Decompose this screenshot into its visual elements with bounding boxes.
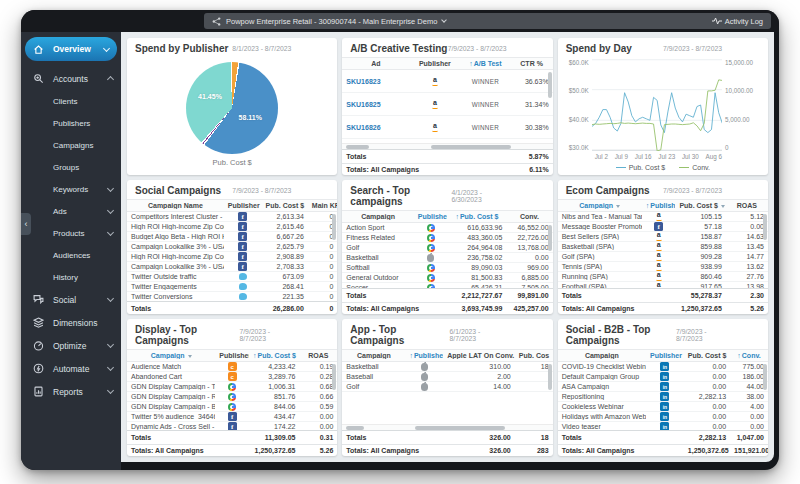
google-icon xyxy=(426,243,435,252)
legend-item[interactable]: Pub. Cost $ xyxy=(616,164,666,171)
column-header[interactable]: Pub. Cost $ xyxy=(262,202,308,209)
sidebar-item-groups[interactable]: Groups xyxy=(21,156,121,178)
column-header[interactable]: Apple LAT On Conv. xyxy=(443,352,515,359)
column-header[interactable]: Campaign xyxy=(558,352,646,359)
column-header[interactable]: Campaign Name xyxy=(127,202,224,209)
totals-cell: Totals xyxy=(558,434,646,441)
table-cell: High ROI High-income Zip Code... xyxy=(127,223,224,230)
table-cell: a xyxy=(642,242,676,251)
sidebar-item-clients[interactable]: Clients xyxy=(21,90,121,112)
column-header[interactable]: Campaign xyxy=(342,213,414,220)
sidebar-item-social[interactable]: Social xyxy=(21,288,121,311)
sidebar-item-products[interactable]: Products xyxy=(21,222,121,244)
sidebar-collapse-button[interactable]: ‹ xyxy=(21,213,31,235)
table-cell: Tennis (SPA) xyxy=(558,263,642,270)
table-cell: Twitter 5% audience_346461... xyxy=(127,413,215,420)
app-window: Powpow Enterprise Retail - 300900744 - M… xyxy=(21,10,779,470)
column-header[interactable]: Campaign xyxy=(558,202,642,209)
table-row: Budget Algo Beta - High ROI Hig...f6,667… xyxy=(127,232,337,242)
column-header[interactable]: Ad xyxy=(342,60,409,67)
table-cell: a xyxy=(642,272,676,281)
spend-by-day-chart[interactable]: $60.0K$50.0K$40.0K$30.0K 15,000.0010,000… xyxy=(558,57,768,175)
ad-link[interactable]: SKU16826 xyxy=(346,124,380,131)
column-header[interactable]: ROAS xyxy=(726,202,768,209)
sidebar-item-campaigns[interactable]: Campaigns xyxy=(21,134,121,156)
apple-icon xyxy=(421,373,428,381)
column-header[interactable]: ↑Pub. Cost $ xyxy=(249,352,299,359)
publisher-pie-chart[interactable]: 41.45% 58.11% xyxy=(186,62,278,154)
card-date-range: 7/9/2023 - 8/7/2023 xyxy=(239,328,291,342)
chevron-down-icon xyxy=(107,295,114,302)
table-cell: 310.00 xyxy=(443,363,515,370)
column-header[interactable]: Conv. xyxy=(506,213,552,220)
sidebar-item-overview[interactable]: Overview xyxy=(25,37,117,61)
table-row: Cookieless Webinarin0.004.00 xyxy=(558,402,768,412)
table-cell: 1,006.31 xyxy=(249,383,299,390)
column-header[interactable]: Publisher xyxy=(410,60,460,67)
column-header[interactable]: Pub. Cost $ xyxy=(675,202,725,209)
sidebar-item-automate[interactable]: Automate xyxy=(21,357,121,380)
totals-cell: 5.26 xyxy=(726,305,768,312)
column-header[interactable]: ↑Pub. Cost $ xyxy=(447,213,506,220)
sidebar-item-reports[interactable]: Reports xyxy=(21,380,121,403)
sidebar-item-dimensions[interactable]: Dimensions xyxy=(21,311,121,334)
table-cell: 938.99 xyxy=(675,263,725,270)
card-title: Display - Top Campaigns xyxy=(135,324,239,346)
sidebar-item-optimize[interactable]: Optimize xyxy=(21,334,121,357)
legend-item[interactable]: Conv. xyxy=(679,164,710,171)
sidebar-item-ads[interactable]: Ads xyxy=(21,200,121,222)
column-header[interactable]: CTR % xyxy=(511,60,553,67)
sidebar-item-audiences[interactable]: Audiences xyxy=(21,244,121,266)
table-cell xyxy=(405,382,443,390)
account-selector[interactable]: Powpow Enterprise Retail - 300900744 - M… xyxy=(204,13,771,29)
sidebar-item-label: Automate xyxy=(53,364,89,374)
activity-log-button[interactable]: Activity Log xyxy=(712,17,763,26)
column-header[interactable]: Publisher xyxy=(414,213,448,220)
pie-caption: Pub. Cost $ xyxy=(213,158,252,167)
filter-icon[interactable] xyxy=(616,205,620,208)
table-cell: Abandoned Cart xyxy=(127,373,215,380)
vertical-scrollbar[interactable] xyxy=(763,213,767,288)
totals-row: Totals326.0018 xyxy=(342,431,552,443)
table-cell: 2,625.79 xyxy=(262,243,308,250)
ad-link[interactable]: SKU16825 xyxy=(346,101,380,108)
column-header[interactable]: ↑A/B Test xyxy=(460,60,510,67)
activity-pulse-icon xyxy=(712,17,722,25)
vertical-scrollbar[interactable] xyxy=(548,363,552,430)
linkedin-icon: in xyxy=(660,412,669,421)
totals-cell: Totals xyxy=(342,292,414,299)
vertical-scrollbar[interactable] xyxy=(332,363,336,430)
column-header[interactable]: Publisher xyxy=(646,352,684,359)
totals-row: Totals5.87% xyxy=(342,150,552,162)
vertical-scrollbar[interactable] xyxy=(332,213,336,288)
filter-icon[interactable] xyxy=(188,355,192,358)
column-header[interactable]: Campaign xyxy=(342,352,405,359)
column-header[interactable]: ↑Conv. xyxy=(730,352,768,359)
column-header[interactable]: Publisher xyxy=(215,352,249,359)
sidebar-item-publishers[interactable]: Publishers xyxy=(21,112,121,134)
sidebar-item-keywords[interactable]: Keywords xyxy=(21,178,121,200)
right-axis-labels: 15,000.0010,000.005,000.000 xyxy=(722,59,762,151)
sidebar-item-accounts[interactable]: Accounts xyxy=(21,67,121,90)
column-header[interactable]: ↑Publisher xyxy=(405,352,443,359)
ad-link[interactable]: SKU16823 xyxy=(346,78,380,85)
column-header[interactable]: Pub. Cos xyxy=(515,352,553,359)
column-header[interactable]: Main KPI xyxy=(308,202,337,209)
filter-icon[interactable] xyxy=(721,205,725,208)
column-header[interactable]: ↑Publisher xyxy=(642,202,676,209)
sidebar-item-history[interactable]: History xyxy=(21,266,121,288)
column-header[interactable]: Campaign xyxy=(127,352,215,359)
sort-asc-icon: ↑ xyxy=(409,352,413,359)
vertical-scrollbar[interactable] xyxy=(548,224,552,288)
totals-cell: 99,891.00 xyxy=(506,292,552,299)
vertical-scrollbar[interactable] xyxy=(548,71,552,149)
table-cell: Softball xyxy=(342,264,414,271)
column-header[interactable]: Publisher xyxy=(224,202,262,209)
column-header[interactable]: ROAS xyxy=(299,352,337,359)
table-row: Dynamic Ads - Cross Sell - F...f174.220.… xyxy=(127,422,337,430)
column-header[interactable]: Pub. Cost $ xyxy=(684,352,730,359)
apple-icon xyxy=(427,254,434,262)
account-name: Powpow Enterprise Retail - 300900744 - M… xyxy=(226,17,437,26)
vertical-scrollbar[interactable] xyxy=(763,363,767,430)
table-row: Running (SPA)a860.4627.76 xyxy=(558,272,768,282)
